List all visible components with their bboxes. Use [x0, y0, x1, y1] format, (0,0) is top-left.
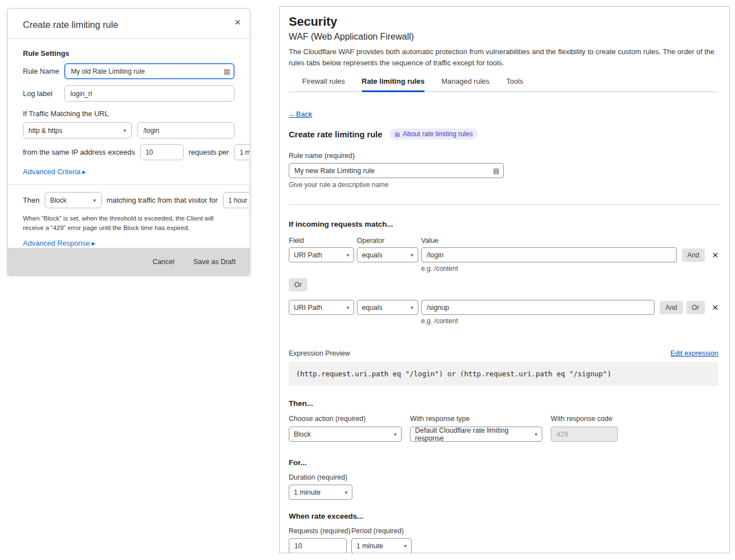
waf-tabs: Firewall rules Rate limiting rules Manag… — [289, 77, 718, 92]
dialog-title: Create rate limiting rule — [23, 20, 237, 30]
rate-heading: When rate exceeds... — [289, 512, 718, 520]
create-rate-limiting-rule-dialog: Create rate limiting rule × Rule Setting… — [7, 8, 250, 276]
field-select[interactable]: URI Path ▾ — [289, 247, 354, 262]
then-label: Then — [23, 196, 40, 204]
and-button[interactable]: And — [660, 301, 682, 314]
or-button[interactable]: Or — [289, 278, 307, 291]
log-label-input[interactable] — [64, 85, 235, 102]
log-label-row: Log label — [23, 85, 235, 102]
condition-row: URI Path ▾ equals ▾ And × — [289, 247, 718, 262]
tab-managed-rules[interactable]: Managed rules — [441, 77, 489, 92]
tab-firewall-rules[interactable]: Firewall rules — [302, 77, 345, 92]
caret-down-icon: ▾ — [345, 490, 347, 495]
dialog-header: Create rate limiting rule × — [8, 9, 250, 39]
caret-down-icon: ▾ — [123, 128, 126, 133]
remove-condition-icon[interactable]: × — [712, 302, 718, 313]
duration-label: Duration (required) — [289, 473, 718, 481]
threshold-input[interactable] — [140, 144, 184, 160]
period-select[interactable]: 1 minute ▾ — [234, 144, 250, 160]
block-duration-select[interactable]: 1 hour ▾ — [223, 192, 250, 208]
autofill-icon: ▤ — [493, 167, 499, 175]
value-hint: e.g. /content — [421, 317, 718, 325]
log-label-label: Log label — [23, 89, 64, 98]
caret-down-icon: ▾ — [411, 305, 413, 310]
arrow-left-icon: ← — [289, 110, 296, 118]
divider — [8, 184, 250, 185]
for-heading: For... — [289, 458, 718, 467]
divider — [289, 204, 718, 205]
caret-down-icon: ▾ — [411, 252, 413, 258]
value-label: Value — [421, 237, 438, 245]
rule-name-helper: Give your rule a descriptive name — [289, 181, 718, 189]
close-icon[interactable]: × — [235, 17, 241, 27]
page-subtitle: WAF (Web Application Firewall) — [289, 32, 718, 42]
threshold-row: from the same IP address exceeds request… — [23, 144, 235, 160]
expression-preview-label: Expression Preview — [289, 350, 350, 357]
or-button[interactable]: Or — [686, 301, 705, 314]
rule-name-label: Rule name (required) — [289, 152, 718, 160]
remove-condition-icon[interactable]: × — [712, 250, 718, 260]
scheme-select[interactable]: http & https ▾ — [23, 122, 132, 138]
rule-name-row: Rule Name ▤ — [23, 63, 235, 79]
condition-row: URI Path ▾ equals ▾ And Or × — [289, 300, 718, 315]
chevron-right-icon: ▶ — [92, 241, 96, 246]
url-match-row: http & https ▾ — [23, 122, 235, 138]
operator-label: Operator — [357, 237, 421, 245]
response-code-label: With response code — [551, 415, 618, 423]
doc-icon: ▤ — [395, 131, 400, 137]
traffic-matching-label: If Traffic Matching the URL — [23, 109, 235, 118]
field-select[interactable]: URI Path ▾ — [289, 300, 354, 315]
advanced-response-link[interactable]: Advanced Response▶ — [23, 239, 96, 247]
page-title: Security — [289, 15, 718, 29]
rule-name-input[interactable] — [289, 163, 504, 178]
block-note: When “Block” is set, when the threshold … — [23, 214, 228, 232]
action-select[interactable]: Block ▾ — [289, 427, 402, 442]
response-type-select[interactable]: Default Cloudflare rate limiting respons… — [410, 427, 542, 442]
operator-select[interactable]: equals ▾ — [357, 300, 418, 315]
url-input[interactable] — [137, 122, 235, 138]
cancel-button[interactable]: Cancel — [152, 258, 174, 266]
rule-settings-heading: Rule Settings — [23, 49, 235, 58]
dialog-body: Rule Settings Rule Name ▤ Log label If T… — [8, 39, 250, 272]
requests-label: Requests (required) — [289, 527, 351, 535]
threshold-suffix-text: requests per — [189, 148, 229, 156]
rule-name-label: Rule Name — [23, 67, 64, 75]
expression-code: (http.request.uri.path eq "/login") or (… — [289, 362, 718, 386]
choose-action-label: Choose action (required) — [289, 415, 402, 423]
response-type-label: With response type — [410, 415, 542, 423]
create-rule-heading: Create rate limiting rule — [289, 130, 383, 139]
field-label: Field — [289, 237, 357, 245]
tab-tools[interactable]: Tools — [506, 77, 523, 92]
caret-down-icon: ▾ — [394, 432, 397, 437]
response-code-input — [551, 427, 618, 442]
about-rate-limiting-badge[interactable]: ▤ About rate limiting rules — [389, 128, 479, 140]
value-hint: e.g. /content — [421, 265, 718, 272]
chevron-right-icon: ▶ — [82, 169, 86, 175]
dialog-footer: Cancel Save as Draft — [8, 248, 250, 275]
rule-name-input[interactable] — [64, 63, 235, 79]
requests-input[interactable] — [289, 538, 347, 553]
and-button[interactable]: And — [682, 248, 705, 262]
rate-period-select[interactable]: 1 minute ▾ — [351, 538, 412, 553]
caret-down-icon: ▾ — [346, 252, 349, 258]
autofill-icon: ▤ — [224, 68, 230, 75]
then-middle-text: matching traffic from that visitor for — [107, 196, 218, 204]
save-as-draft-button[interactable]: Save as Draft — [193, 258, 236, 266]
value-input[interactable] — [421, 247, 677, 262]
tab-rate-limiting-rules[interactable]: Rate limiting rules — [362, 77, 425, 92]
page-description: The Cloudflare WAF provides both automat… — [289, 46, 717, 68]
threshold-prefix-text: from the same IP address exceeds — [23, 148, 135, 156]
back-link[interactable]: ←Back — [289, 110, 312, 118]
then-row: Then Block ▾ matching traffic from that … — [23, 192, 235, 208]
duration-select[interactable]: 1 minute ▾ — [289, 485, 352, 500]
period-label: Period (required) — [351, 527, 404, 535]
advanced-criteria-link[interactable]: Advanced Criteria▶ — [23, 167, 86, 176]
then-heading: Then... — [289, 399, 718, 408]
edit-expression-link[interactable]: Edit expression — [671, 350, 718, 357]
action-select[interactable]: Block ▾ — [45, 192, 102, 208]
security-waf-page: Security WAF (Web Application Firewall) … — [279, 6, 730, 553]
value-input[interactable] — [421, 300, 655, 315]
caret-down-icon: ▾ — [346, 305, 349, 310]
operator-select[interactable]: equals ▾ — [357, 247, 418, 262]
caret-down-icon: ▾ — [93, 198, 96, 203]
